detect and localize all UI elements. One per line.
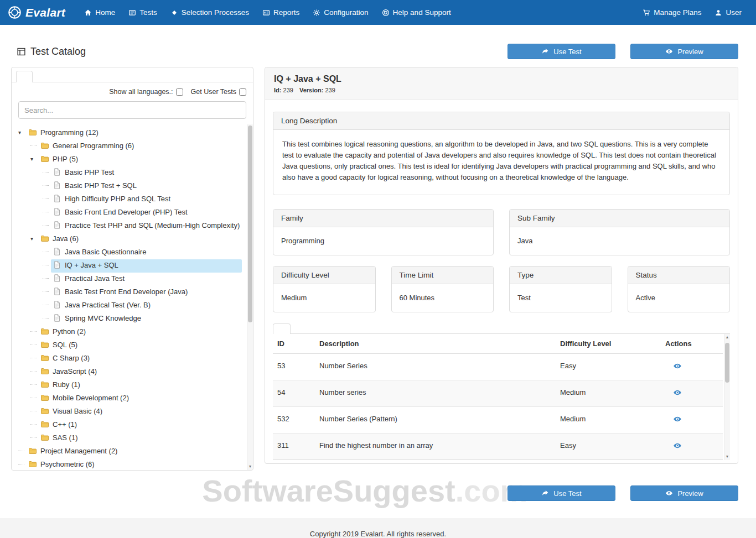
tree-toggle-icon[interactable]	[30, 140, 39, 152]
tree-toggle-icon[interactable]	[30, 233, 39, 245]
tree-toggle-icon[interactable]	[43, 220, 51, 231]
tree-node[interactable]: Java Basic Questionnaire	[51, 246, 242, 259]
tree-toggle-icon[interactable]	[43, 286, 51, 297]
tree-toggle-icon[interactable]	[30, 392, 39, 404]
main-menu: Home Tests Selection Processes Reports C…	[77, 0, 458, 25]
tree-node[interactable]: Spring MVC Knowledge	[51, 312, 242, 326]
nav-item[interactable]: Reports	[256, 0, 306, 25]
tree-node[interactable]: Python (2)	[39, 326, 242, 339]
tree-node[interactable]: Programming (12)	[27, 127, 242, 140]
folder-icon	[40, 379, 50, 392]
search-input[interactable]	[18, 101, 246, 119]
tree-toggle-icon[interactable]	[43, 273, 51, 284]
tree-node[interactable]: Java (6)	[39, 233, 242, 246]
tree-item: SQL (5)	[18, 339, 242, 352]
nav-item[interactable]: Selection Processes	[164, 0, 256, 25]
tree-item-label: Java (6)	[53, 233, 79, 244]
tree-toggle-icon[interactable]	[30, 419, 39, 430]
tree-toggle-icon[interactable]	[30, 339, 39, 351]
tree-node[interactable]: Psychometric (6)	[27, 458, 242, 470]
tree-toggle-icon[interactable]	[30, 352, 39, 364]
question-id: 54	[273, 380, 315, 406]
tree-toggle-icon[interactable]	[43, 180, 51, 191]
tree-item-label: Mobile Development (2)	[53, 392, 129, 404]
question-difficulty: Medium	[556, 380, 661, 406]
tree-toggle-icon[interactable]	[43, 193, 51, 205]
nav-item[interactable]: User	[708, 0, 748, 25]
tree-toggle-icon[interactable]	[43, 259, 51, 271]
tree-toggle-icon[interactable]	[30, 326, 39, 337]
table-scroll-up-arrow[interactable]: ▲	[724, 334, 730, 341]
tree-node[interactable]: IQ + Java + SQL	[51, 259, 242, 273]
show-all-languages-checkbox[interactable]	[176, 88, 183, 96]
tree-node[interactable]: Practical Java Test	[51, 273, 242, 286]
tree-node[interactable]: Java Practical Test (Ver. B)	[51, 299, 242, 312]
tree-toggle-icon[interactable]	[43, 166, 51, 178]
tree-toggle-icon[interactable]	[18, 458, 27, 470]
tree-node[interactable]: Basic Front End Developer (PHP) Test	[51, 206, 242, 220]
sidebar-tab[interactable]	[34, 71, 50, 82]
tree-node[interactable]: C Sharp (3)	[39, 352, 242, 365]
test-version-value: 239	[325, 87, 335, 93]
view-question-eye-icon[interactable]	[673, 388, 682, 399]
table-scrollbar-thumb[interactable]	[725, 343, 729, 383]
tree-toggle-icon[interactable]	[43, 299, 51, 311]
tree-node[interactable]: Project Management (2)	[27, 445, 242, 458]
detail-tab[interactable]	[273, 323, 291, 334]
tree-node[interactable]: Visual Basic (4)	[39, 405, 242, 419]
table-scroll-down-arrow[interactable]: ▼	[724, 453, 730, 460]
page-title: Test Catalog	[17, 46, 86, 58]
detail-tab[interactable]	[308, 323, 326, 334]
tree-node[interactable]: Basic PHP Test	[51, 166, 242, 180]
tree-toggle-icon[interactable]	[30, 405, 39, 417]
tree-scrollbar-thumb[interactable]	[248, 126, 252, 322]
tree-node[interactable]: Basic PHP Test + SQL	[51, 180, 242, 193]
preview-button-bottom[interactable]: Preview	[630, 485, 738, 501]
tree-node[interactable]: Mobile Development (2)	[39, 392, 242, 405]
nav-item[interactable]: Manage Plans	[636, 0, 708, 25]
tree-node[interactable]: JavaScript (4)	[39, 365, 242, 379]
tree-toggle-icon[interactable]	[30, 365, 39, 377]
info-panel-label: Time Limit	[392, 267, 494, 284]
tree-node[interactable]: C++ (1)	[39, 419, 242, 432]
tree-node[interactable]: Ruby (1)	[39, 379, 242, 392]
tree-node[interactable]: High Difficulty PHP and SQL Test	[51, 193, 242, 206]
tree-toggle-icon[interactable]	[30, 153, 39, 165]
tree-node[interactable]: SAS (1)	[39, 432, 242, 445]
nav-item[interactable]: Tests	[122, 0, 164, 25]
nav-item[interactable]: Configuration	[306, 0, 375, 25]
tree-toggle-icon[interactable]	[43, 246, 51, 258]
tree-node[interactable]: PHP (5)	[39, 153, 242, 166]
preview-button[interactable]: Preview	[630, 44, 738, 59]
question-id: 53	[273, 353, 315, 380]
tree-toggle-icon[interactable]	[30, 379, 39, 390]
brand-logo[interactable]: Evalart	[8, 6, 65, 19]
nav-item[interactable]: Help and Support	[375, 0, 458, 25]
use-test-button-bottom[interactable]: Use Test	[508, 485, 615, 501]
nav-item[interactable]: Home	[77, 0, 122, 25]
tree-toggle-icon[interactable]	[18, 127, 27, 139]
view-question-eye-icon[interactable]	[673, 415, 682, 425]
tree-node[interactable]: Practice Test PHP and SQL (Medium-High C…	[51, 220, 242, 233]
question-id: 311	[273, 433, 315, 459]
sidebar-tab[interactable]	[16, 71, 33, 82]
tree-node[interactable]: General Programming (6)	[39, 140, 242, 153]
get-user-tests-checkbox[interactable]	[239, 88, 246, 96]
use-test-button[interactable]: Use Test	[508, 44, 615, 59]
tree-scrollbar[interactable]: ▼	[247, 124, 253, 470]
table-scrollbar[interactable]: ▲ ▼	[724, 334, 730, 460]
tree-toggle-icon[interactable]	[18, 445, 27, 457]
detail-tab[interactable]	[291, 323, 308, 334]
tree-toggle-icon[interactable]	[43, 312, 51, 324]
tree-toggle-icon[interactable]	[30, 432, 39, 443]
tree-node[interactable]: SQL (5)	[39, 339, 242, 352]
tree-node[interactable]: Basic Test Front End Developer (Java)	[51, 286, 242, 299]
questions-table-header-row: ID Description Difficulty Level Actions	[273, 334, 723, 354]
catalog-icon	[17, 47, 26, 56]
tree-item: Psychometric (6)	[18, 458, 242, 470]
long-description-text: This test combines logical reasoning que…	[273, 130, 729, 195]
view-question-eye-icon[interactable]	[673, 441, 682, 452]
tree-toggle-icon[interactable]	[43, 206, 51, 218]
tree-scroll-down-arrow[interactable]: ▼	[247, 463, 253, 470]
view-question-eye-icon[interactable]	[673, 362, 682, 372]
